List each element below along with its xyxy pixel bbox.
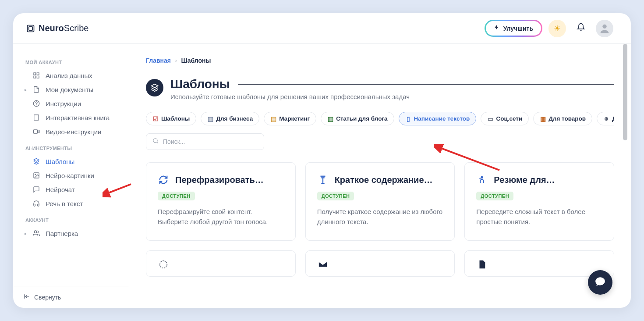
sidebar-item-analytics[interactable]: Анализ данных [22,68,124,82]
chevron-right-icon: › [175,58,177,63]
template-card-summary[interactable]: Краткое содержание… ДОСТУПЕН Получите кр… [305,162,455,241]
chip-label: Написание текстов [414,115,470,122]
grid-icon [32,71,40,79]
svg-rect-10 [33,130,37,133]
card-description: Перефразируйте свой контент. Выберите лю… [158,207,284,227]
chip-social[interactable]: ▭Соц.сети [481,112,529,125]
svg-point-13 [34,231,36,233]
sidebar-item-label: Интерактивная книга [46,114,110,121]
svg-rect-5 [34,76,36,78]
summary-icon [317,174,329,185]
sidebar-section-label: AI-ИНСТРУМЕНТЫ [22,139,124,154]
template-card-resume[interactable]: Резюме для… ДОСТУПЕН Переведите сложный … [464,162,614,241]
logo-icon [26,24,35,33]
page-title: Шаблоны [170,77,230,91]
sidebar-section-label: АККАУНТ [22,210,124,226]
divider [238,84,614,85]
page-header: Шаблоны Используйте готовые шаблоны для … [146,77,614,100]
chip-label: Для бизнеса [216,115,253,122]
sidebar-item-label: Нейро-картинки [46,172,94,179]
chip-products[interactable]: ▥Для товаров [533,112,592,125]
sidebar-item-instructions[interactable]: Инструкции [22,96,124,111]
mail-icon [317,259,329,270]
users-icon [32,229,40,237]
chat-fab-button[interactable] [588,270,612,295]
header: NeuroScribe Улучшить ☀ [13,13,631,44]
collapse-sidebar-button[interactable]: Свернуть [24,293,61,301]
theme-toggle-button[interactable]: ☀ [548,20,566,37]
chevron-right-icon: ▸ [25,231,27,236]
chip-label: Шаблоны [161,115,190,122]
sidebar: МОЙ АККАУНТ Анализ данных ▸ Мои документ… [13,44,129,308]
filter-chips: ☑Шаблоны ▥Для бизнеса ▤Маркетинг ▥Статьи… [146,112,614,125]
chip-website[interactable]: ☻Для сайта [597,112,614,125]
sidebar-item-label: Речь в текст [46,200,83,207]
briefcase-icon: ▥ [207,116,213,122]
refresh-icon [158,174,169,185]
chip-label: Соц.сети [496,115,522,122]
collapse-icon [24,293,30,301]
card-title: Перефразировать… [175,175,264,185]
sidebar-item-interactive-book[interactable]: Интерактивная книга [22,111,124,125]
search-field[interactable] [146,133,264,150]
sidebar-item-speech-to-text[interactable]: Речь в текст [22,196,124,210]
status-badge: ДОСТУПЕН [476,192,513,200]
chip-business[interactable]: ▥Для бизнеса [201,112,259,125]
page-subtitle: Используйте готовые шаблоны для решения … [170,93,614,100]
checklist-icon: ☑ [152,116,159,122]
sidebar-item-neuro-images[interactable]: Нейро-картинки [22,168,124,182]
sidebar-item-label: Мои документы [46,86,93,93]
breadcrumb-current: Шаблоны [181,57,211,64]
robot-icon: ☻ [603,116,609,122]
logo[interactable]: NeuroScribe [26,23,89,33]
chip-marketing[interactable]: ▤Маркетинг [264,112,316,125]
template-card[interactable] [305,250,455,277]
sun-icon: ☀ [554,24,561,33]
chip-writing[interactable]: ▯Написание текстов [399,112,477,125]
avatar[interactable] [596,20,613,37]
chip-templates[interactable]: ☑Шаблоны [146,112,196,125]
sidebar-item-neurochat[interactable]: Нейрочат [22,182,124,196]
upgrade-button[interactable]: Улучшить [486,21,541,36]
svg-rect-4 [37,73,39,75]
svg-point-8 [36,105,37,105]
sidebar-item-documents[interactable]: ▸ Мои документы [22,82,124,96]
image-icon [32,171,40,179]
logo-text-light: Scribe [64,23,89,33]
notifications-button[interactable] [572,20,590,37]
sidebar-item-label: Нейрочат [46,186,75,193]
article-icon: ▥ [327,116,333,122]
sidebar-item-templates[interactable]: Шаблоны [22,154,124,168]
svg-point-15 [481,176,484,179]
card-description: Получите краткое содержание из любого дл… [317,207,443,227]
scrollbar-thumb[interactable] [623,44,627,140]
laptop-icon: ▭ [487,116,493,122]
breadcrumb-home[interactable]: Главная [146,57,171,64]
breadcrumb: Главная › Шаблоны [146,57,614,64]
search-input[interactable] [163,138,258,145]
book-icon [32,114,40,121]
person-icon [476,174,488,185]
app-window: NeuroScribe Улучшить ☀ [13,13,631,308]
header-actions: Улучшить ☀ [485,20,613,37]
book-icon: ▯ [405,116,411,122]
scrollbar[interactable] [623,44,627,290]
sidebar-item-label: Видео-инструкции [46,128,101,136]
template-card[interactable] [146,250,296,277]
svg-rect-1 [29,26,32,30]
chip-blog[interactable]: ▥Статьи для блога [321,112,394,125]
sidebar-item-video[interactable]: Видео-инструкции [22,125,124,139]
template-card[interactable] [464,250,614,277]
svg-rect-0 [28,25,34,32]
page-icon [476,259,488,270]
card-title: Резюме для… [494,175,555,185]
sidebar-item-partner[interactable]: ▸ Партнерка [22,226,124,240]
chip-label: Для сайта [612,115,614,122]
search-icon [152,138,159,146]
status-badge: ДОСТУПЕН [317,192,354,200]
template-card-paraphrase[interactable]: Перефразировать… ДОСТУПЕН Перефразируйте… [146,162,296,241]
svg-point-12 [35,174,36,175]
card-description: Переведите сложный текст в более простые… [476,207,602,227]
rocket-icon [494,25,500,32]
books-icon: ▥ [540,116,546,122]
